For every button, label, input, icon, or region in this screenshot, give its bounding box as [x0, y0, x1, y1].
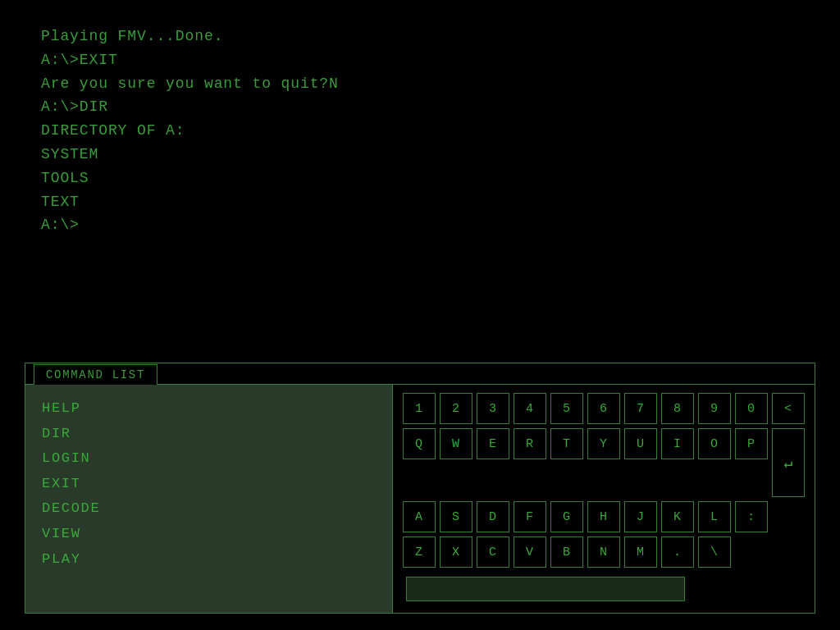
key-3[interactable]: 3: [477, 393, 509, 424]
key-Q[interactable]: Q: [403, 428, 436, 459]
key-P[interactable]: P: [735, 428, 768, 459]
key-B[interactable]: B: [550, 536, 583, 568]
terminal-line: TEXT: [41, 190, 799, 214]
key-6[interactable]: 6: [587, 393, 620, 424]
key-R[interactable]: R: [514, 428, 546, 459]
key-1[interactable]: 1: [403, 393, 436, 424]
command-item-view[interactable]: VIEW: [42, 522, 376, 547]
input-bar-container: [403, 572, 805, 605]
key-Y[interactable]: Y: [587, 428, 620, 459]
key-row-3: ASDFGHJKL:: [403, 501, 805, 532]
command-item-exit[interactable]: EXIT: [42, 472, 376, 497]
key-W[interactable]: W: [440, 428, 472, 459]
panel-tab: COMMAND LIST: [34, 364, 158, 385]
key-V[interactable]: V: [514, 536, 546, 568]
key-D[interactable]: D: [477, 501, 509, 532]
key-0[interactable]: 0: [735, 393, 768, 424]
terminal-line: TOOLS: [41, 167, 799, 190]
key-G[interactable]: G: [550, 501, 583, 532]
terminal-line: DIRECTORY OF A:: [41, 119, 799, 143]
key-F[interactable]: F: [514, 501, 546, 532]
key-U[interactable]: U: [624, 428, 657, 459]
key-T[interactable]: T: [550, 428, 583, 459]
key-2[interactable]: 2: [440, 393, 472, 424]
key-I[interactable]: I: [661, 428, 694, 459]
key-row-4: ZXCVBNM.\: [403, 536, 805, 568]
enter-key[interactable]: ↵: [772, 428, 805, 497]
key-E[interactable]: E: [477, 428, 509, 459]
terminal-line: A:\>EXIT: [41, 48, 799, 72]
key-J[interactable]: J: [624, 501, 657, 532]
key-backslash[interactable]: \: [698, 536, 731, 568]
key-7[interactable]: 7: [624, 393, 657, 424]
key-row-2-enter: QWERTYUIOP ↵: [403, 428, 805, 497]
keyboard-area: 1234567890< QWERTYUIOP ↵ ASDFGHJKL: ZXCV…: [393, 385, 815, 613]
command-item-play[interactable]: PLAY: [42, 547, 376, 573]
command-item-login[interactable]: LOGIN: [42, 446, 376, 472]
key-X[interactable]: X: [440, 536, 472, 568]
key-N[interactable]: N: [587, 536, 620, 568]
key-row-1: 1234567890<: [403, 393, 805, 424]
key-Z[interactable]: Z: [403, 536, 436, 568]
key-H[interactable]: H: [587, 501, 620, 532]
key-row-2: QWERTYUIOP: [403, 428, 768, 459]
bottom-panel: COMMAND LIST HELPDIRLOGINEXITDECODEVIEWP…: [25, 363, 815, 614]
key-M[interactable]: M: [624, 536, 657, 568]
terminal-line: SYSTEM: [41, 143, 799, 167]
key-O[interactable]: O: [698, 428, 731, 459]
command-item-help[interactable]: HELP: [42, 396, 376, 422]
command-item-dir[interactable]: DIR: [42, 422, 376, 447]
command-list: HELPDIRLOGINEXITDECODEVIEWPLAY: [25, 385, 393, 613]
key-L[interactable]: L: [698, 501, 731, 532]
key-sym[interactable]: .: [661, 536, 694, 568]
key-9[interactable]: 9: [698, 393, 731, 424]
key-8[interactable]: 8: [661, 393, 694, 424]
terminal-output: Playing FMV...Done.A:\>EXITAre you sure …: [0, 0, 840, 262]
key-5[interactable]: 5: [550, 393, 583, 424]
terminal-line: Playing FMV...Done.: [41, 25, 799, 48]
keyboard-grid: 1234567890< QWERTYUIOP ↵ ASDFGHJKL: ZXCV…: [403, 393, 805, 605]
input-bar[interactable]: [406, 577, 685, 601]
command-item-decode[interactable]: DECODE: [42, 496, 376, 522]
key-sym[interactable]: :: [735, 501, 768, 532]
key-sym[interactable]: <: [772, 393, 805, 424]
key-A[interactable]: A: [403, 501, 436, 532]
key-C[interactable]: C: [477, 536, 509, 568]
key-K[interactable]: K: [661, 501, 694, 532]
key-4[interactable]: 4: [514, 393, 546, 424]
terminal-line: A:\>DIR: [41, 95, 799, 119]
panel-body: HELPDIRLOGINEXITDECODEVIEWPLAY 123456789…: [25, 384, 815, 613]
key-S[interactable]: S: [440, 501, 472, 532]
terminal-line: Are you sure you want to quit?N: [41, 72, 799, 96]
terminal-line: A:\>: [41, 213, 799, 237]
